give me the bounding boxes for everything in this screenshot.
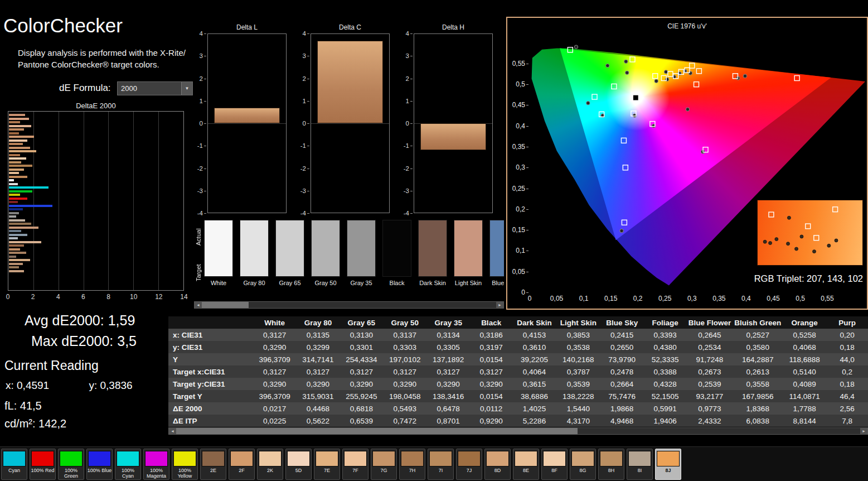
cie-inset-markers bbox=[758, 200, 862, 265]
cie-zoom-inset bbox=[757, 200, 863, 266]
scroll-left-arrow-icon[interactable]: ◄ bbox=[195, 302, 202, 308]
patch-buttons: Cyan100% Red100% Green100% Blue100% Cyan… bbox=[1, 449, 681, 480]
delta-c-plot bbox=[311, 33, 390, 213]
delta-c-yticks: 43210-1-2-3-4 bbox=[296, 33, 309, 213]
column-header: Light Skin bbox=[556, 316, 600, 329]
delta-c-title: Delta C bbox=[311, 23, 390, 32]
column-header: Gray 50 bbox=[383, 316, 426, 329]
delta-c-chart: Delta C 43210-1-2-3-4 bbox=[296, 23, 391, 216]
column-header: Blue Sky bbox=[600, 316, 644, 329]
scroll-left-arrow-icon[interactable]: ◄ bbox=[169, 428, 176, 434]
patch-button-8h[interactable]: 8H bbox=[598, 449, 624, 480]
swatch-dark-skin: Dark Skin bbox=[418, 220, 447, 286]
max-de2000-value: Max dE2000: 3,5 bbox=[31, 333, 137, 349]
results-table: WhiteGray 80Gray 65Gray 50Gray 35BlackDa… bbox=[168, 316, 868, 427]
deltae2000-plot bbox=[8, 111, 184, 291]
cie-plot: RGB Triplet: 207, 143, 102 bbox=[530, 32, 865, 292]
delta-l-title: Delta L bbox=[207, 23, 287, 32]
table-header-row: WhiteGray 80Gray 65Gray 50Gray 35BlackDa… bbox=[168, 316, 868, 329]
actual-label: Actual bbox=[195, 221, 203, 253]
zero-baseline bbox=[311, 123, 389, 124]
column-header: Dark Skin bbox=[512, 316, 556, 329]
app-description-line2: Pantone ColorChecker® target colors. bbox=[18, 59, 186, 70]
de-formula-value: 2000 bbox=[118, 84, 181, 93]
patch-button-2e[interactable]: 2E bbox=[200, 449, 226, 480]
table-scrollbar-thumb[interactable] bbox=[176, 428, 578, 434]
de-formula-dropdown[interactable]: 2000 ▼ bbox=[117, 81, 193, 95]
scroll-right-arrow-icon[interactable]: ► bbox=[860, 428, 867, 434]
patch-button-100-green[interactable]: 100% Green bbox=[58, 449, 84, 480]
cie-title: CIE 1976 u'v' bbox=[507, 22, 867, 30]
delta-l-bar bbox=[214, 108, 280, 123]
current-x-value: x: 0,4591 bbox=[6, 379, 49, 391]
swatch-black: Black bbox=[382, 220, 411, 286]
bottom-toolbar: Cyan100% Red100% Green100% Blue100% Cyan… bbox=[0, 446, 868, 481]
target-label: Target bbox=[195, 257, 203, 289]
swatch-strip: Actual Target WhiteGray 80Gray 65Gray 50… bbox=[194, 215, 504, 310]
swatch-scrollbar-thumb[interactable] bbox=[202, 302, 249, 308]
deltae-xticks: 02468101214 bbox=[8, 293, 184, 301]
patch-button-100-blue[interactable]: 100% Blue bbox=[86, 449, 113, 480]
patch-button-5d[interactable]: 5D bbox=[285, 449, 312, 480]
table-scrollbar[interactable]: ◄ ► bbox=[168, 427, 868, 435]
patch-button-8e[interactable]: 8E bbox=[513, 449, 539, 480]
app-description: Display analysis is performed with the X… bbox=[18, 47, 186, 70]
delta-h-bar bbox=[420, 123, 486, 150]
patch-button-7i[interactable]: 7I bbox=[428, 449, 454, 480]
patch-button-8d[interactable]: 8D bbox=[484, 449, 511, 480]
patch-button-7j[interactable]: 7J bbox=[456, 449, 482, 480]
swatch-blue-sky: Blue Sky bbox=[489, 220, 504, 286]
patch-button-7f[interactable]: 7F bbox=[342, 449, 368, 480]
table-row: Target y:CIE310,32900,32900,32900,32900,… bbox=[168, 378, 868, 390]
swatch-light-skin: Light Skin bbox=[454, 220, 483, 286]
swatch-gray-35: Gray 35 bbox=[347, 220, 376, 286]
patch-button-2k[interactable]: 2K bbox=[257, 449, 283, 480]
delta-l-plot bbox=[207, 33, 287, 213]
current-reading-label: Current Reading bbox=[4, 358, 99, 373]
swatch-gray-65: Gray 65 bbox=[275, 220, 304, 286]
scroll-right-arrow-icon[interactable]: ► bbox=[496, 302, 503, 308]
patch-button-100-magenta[interactable]: 100% Magenta bbox=[143, 449, 169, 480]
table-row: y: CIE310,32900,32990,33010,33030,33050,… bbox=[168, 341, 868, 353]
patch-button-cyan[interactable]: Cyan bbox=[1, 449, 27, 480]
page-title: ColorChecker bbox=[3, 15, 123, 37]
table-row: x: CIE310,31270,31350,31300,31370,31340,… bbox=[168, 329, 868, 341]
swatch-gray-80: Gray 80 bbox=[240, 220, 269, 286]
patch-button-7h[interactable]: 7H bbox=[399, 449, 425, 480]
column-header: Black bbox=[470, 316, 512, 329]
column-header: Purp bbox=[826, 316, 868, 329]
table-body: x: CIE310,31270,31350,31300,31370,31340,… bbox=[168, 329, 868, 427]
cie-yticks: 00,050,10,150,20,250,30,350,40,450,50,55 bbox=[511, 32, 528, 292]
column-header: Blue Flower bbox=[687, 316, 733, 329]
cie-panel: CIE 1976 u'v' 00,050,10,150,20,250,30,35… bbox=[506, 17, 868, 310]
patch-button-2f[interactable]: 2F bbox=[229, 449, 255, 480]
patch-button-7e[interactable]: 7E bbox=[314, 449, 340, 480]
table-row: ΔE ITP0,02250,56220,65390,74720,87010,92… bbox=[168, 415, 868, 427]
table-row: ΔE 20000,02170,44680,68180,54930,64780,0… bbox=[168, 402, 868, 415]
zero-baseline bbox=[208, 123, 286, 124]
avg-de2000-value: Avg dE2000: 1,59 bbox=[25, 312, 135, 329]
patch-button-8j[interactable]: 8J bbox=[655, 449, 681, 480]
patch-button-100-cyan[interactable]: 100% Cyan bbox=[115, 449, 141, 480]
patch-button-8g[interactable]: 8G bbox=[570, 449, 596, 480]
delta-l-chart: Delta L 43210-1-2-3-4 bbox=[193, 23, 288, 216]
results-table-grid: WhiteGray 80Gray 65Gray 50Gray 35BlackDa… bbox=[168, 316, 868, 427]
patch-button-100-yellow[interactable]: 100% Yellow bbox=[172, 449, 198, 480]
swatch-gray-50: Gray 50 bbox=[311, 220, 340, 286]
app-description-line1: Display analysis is performed with the X… bbox=[18, 47, 186, 59]
fl-value: fL: 41,5 bbox=[4, 400, 42, 412]
patch-button-100-red[interactable]: 100% Red bbox=[30, 449, 56, 480]
table-row: Y396,3709314,7141254,4334197,0102137,189… bbox=[168, 353, 868, 365]
deltae2000-chart: DeltaE 2000 02468101214 bbox=[8, 102, 184, 302]
current-reading-xy: x: 0,4591 y: 0,3836 bbox=[6, 379, 133, 392]
delta-l-yticks: 43210-1-2-3-4 bbox=[193, 33, 206, 213]
swatch-row: WhiteGray 80Gray 65Gray 50Gray 35BlackDa… bbox=[204, 220, 504, 286]
patch-button-8i[interactable]: 8I bbox=[627, 449, 653, 480]
patch-button-7g[interactable]: 7G bbox=[371, 449, 397, 480]
deltae2000-chart-title: DeltaE 2000 bbox=[8, 102, 184, 110]
patch-button-8f[interactable]: 8F bbox=[541, 449, 568, 480]
column-header: Bluish Green bbox=[733, 316, 783, 329]
delta-c-bar bbox=[317, 41, 383, 123]
swatch-scrollbar[interactable]: ◄ ► bbox=[194, 301, 504, 309]
cdm2-value: cd/m²: 142,2 bbox=[4, 417, 66, 430]
